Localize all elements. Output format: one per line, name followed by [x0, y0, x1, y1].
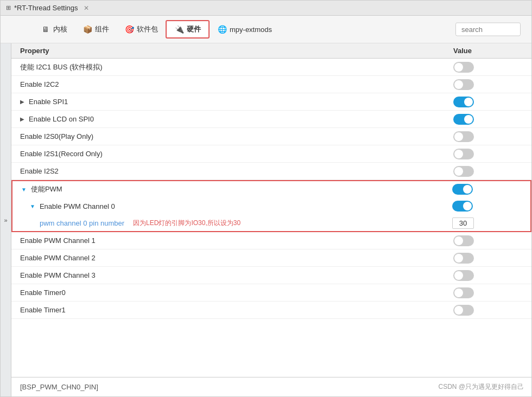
toggle-pwm-ch3[interactable] — [453, 270, 474, 281]
value-i2s0[interactable] — [445, 131, 531, 142]
prop-i2c1-bus: 使能 I2C1 BUS (软件模拟) — [11, 62, 445, 72]
prop-pwm-ch1-label: Enable PWM Channel 1 — [20, 236, 96, 245]
mpy-icon: 🌐 — [217, 24, 227, 34]
prop-i2s0: Enable I2S0(Play Only) — [11, 132, 445, 140]
tab-kernel[interactable]: 🖥 内核 — [33, 21, 75, 37]
bottom-label: [BSP_PWM_CHN0_PIN] — [20, 383, 98, 391]
kernel-icon: 🖥 — [41, 24, 50, 34]
prop-i2s1-label: Enable I2S1(Record Only) — [20, 150, 103, 158]
prop-i2s1: Enable I2S1(Record Only) — [11, 150, 445, 158]
prop-pwm-ch2: Enable PWM Channel 2 — [11, 254, 445, 262]
toggle-i2c2[interactable] — [453, 79, 474, 90]
value-pwm-ch2[interactable] — [445, 253, 531, 264]
main-panel: Property Value 使能 I2C1 BUS (软件模拟) — [11, 43, 531, 396]
prop-pwm-ch2-label: Enable PWM Channel 2 — [20, 254, 96, 262]
table-row: Enable Timer0 — [11, 284, 531, 302]
value-pwm-ch0-pin[interactable]: 30 — [444, 217, 530, 229]
table-row: Enable I2S1(Record Only) — [11, 145, 531, 163]
tab-kernel-label: 内核 — [53, 24, 67, 34]
toggle-pwm[interactable] — [452, 184, 473, 195]
title-icon: ⊞ — [6, 4, 11, 11]
close-icon[interactable]: ✕ — [84, 4, 89, 12]
table-row: Enable I2C2 — [11, 76, 531, 93]
value-pwm[interactable] — [444, 184, 530, 195]
sidebar-toggle[interactable]: » — [1, 43, 11, 396]
value-timer0[interactable] — [445, 287, 531, 298]
toggle-lcd-spi0[interactable] — [453, 114, 474, 125]
tab-components-label: 组件 — [95, 24, 109, 34]
prop-i2c1-bus-label: 使能 I2C1 BUS (软件模拟) — [20, 62, 103, 72]
toolbar: 🖥 内核 📦 组件 🎯 软件包 🔌 硬件 🌐 mpy-extmods — [1, 16, 531, 43]
expand-pwm-icon[interactable]: ▼ — [21, 187, 27, 193]
tab-components[interactable]: 📦 组件 — [75, 21, 117, 37]
tab-mpy-extmods[interactable]: 🌐 mpy-extmods — [210, 21, 280, 37]
tab-packages[interactable]: 🎯 软件包 — [117, 21, 166, 37]
prop-timer1: Enable Timer1 — [11, 306, 445, 314]
value-pwm-ch1[interactable] — [445, 235, 531, 246]
value-i2c2[interactable] — [445, 79, 531, 90]
prop-timer1-label: Enable Timer1 — [20, 306, 66, 314]
pwm-pin-value[interactable]: 30 — [452, 217, 474, 229]
prop-spi1-label: Enable SPI1 — [29, 98, 68, 106]
main-window: ⊞ *RT-Thread Settings ✕ 🖥 内核 📦 组件 🎯 软件包 … — [0, 0, 532, 397]
prop-pwm-ch3-label: Enable PWM Channel 3 — [20, 271, 96, 279]
prop-i2s2-label: Enable I2S2 — [20, 167, 59, 175]
watermark: CSDN @只为遇见更好得自己 — [438, 382, 524, 392]
table-row-pwm-ch0: ▼ Enable PWM Channel 0 — [11, 197, 531, 215]
tab-mpy-label: mpy-extmods — [230, 25, 272, 34]
prop-pwm-ch0-label: Enable PWM Channel 0 — [40, 202, 115, 210]
table-row: Enable I2S0(Play Only) — [11, 128, 531, 145]
toggle-pwm-ch1[interactable] — [453, 235, 474, 246]
prop-i2c2-label: Enable I2C2 — [20, 80, 59, 88]
prop-lcd-spi0: ▶ Enable LCD on SPI0 — [11, 115, 445, 123]
table-row-pwm: ▼ 使能PWM — [11, 180, 531, 197]
tab-hardware[interactable]: 🔌 硬件 — [166, 20, 210, 39]
tab-hardware-label: 硬件 — [187, 24, 201, 34]
table-row: Enable PWM Channel 1 — [11, 232, 531, 249]
table-row-pwm-ch0-pin: pwm channel 0 pin number 因为LED灯的引脚为IO30,… — [11, 215, 531, 232]
table-row: ▶ Enable LCD on SPI0 — [11, 111, 531, 128]
table-row: Enable PWM Channel 3 — [11, 267, 531, 284]
value-pwm-ch3[interactable] — [445, 270, 531, 281]
prop-pwm-ch0-pin[interactable]: pwm channel 0 pin number 因为LED灯的引脚为IO30,… — [12, 219, 444, 228]
prop-pwm: ▼ 使能PWM — [12, 184, 444, 194]
tab-packages-label: 软件包 — [137, 24, 158, 34]
search-input[interactable] — [455, 23, 521, 36]
toggle-i2s1[interactable] — [453, 149, 474, 159]
table-body: 使能 I2C1 BUS (软件模拟) Enable I2C2 — [11, 59, 531, 377]
table-row: Enable Timer1 — [11, 302, 531, 319]
toggle-i2s2[interactable] — [453, 166, 474, 177]
value-i2s2[interactable] — [445, 166, 531, 177]
toggle-pwm-ch0[interactable] — [452, 201, 473, 212]
content-area: » Property Value 使能 I2C1 BUS (软件模拟) — [1, 43, 531, 396]
toggle-timer0[interactable] — [453, 287, 474, 298]
expand-lcd-icon[interactable]: ▶ — [20, 116, 24, 122]
value-i2c1-bus[interactable] — [445, 62, 531, 73]
expand-spi1-icon[interactable]: ▶ — [20, 99, 24, 105]
value-timer1[interactable] — [445, 305, 531, 316]
prop-pwm-ch0: ▼ Enable PWM Channel 0 — [12, 202, 444, 210]
value-pwm-ch0[interactable] — [444, 201, 530, 212]
prop-pwm-ch0-pin-label: pwm channel 0 pin number — [40, 219, 124, 227]
toggle-timer1[interactable] — [453, 305, 474, 316]
table-header: Property Value — [11, 43, 531, 59]
prop-pwm-label: 使能PWM — [31, 184, 62, 194]
prop-i2s2: Enable I2S2 — [11, 167, 445, 175]
hardware-icon: 🔌 — [174, 24, 184, 34]
sidebar-arrow-icon: » — [4, 217, 7, 223]
packages-icon: 🎯 — [124, 24, 134, 34]
toggle-spi1[interactable] — [453, 97, 474, 107]
col-property-header: Property — [11, 47, 445, 55]
prop-pwm-ch1: Enable PWM Channel 1 — [11, 236, 445, 245]
value-lcd-spi0[interactable] — [445, 114, 531, 125]
value-spi1[interactable] — [445, 97, 531, 107]
toggle-i2c1-bus[interactable] — [453, 62, 474, 73]
table-row: Enable PWM Channel 2 — [11, 249, 531, 267]
expand-pwm-ch0-icon[interactable]: ▼ — [30, 203, 35, 209]
value-i2s1[interactable] — [445, 149, 531, 159]
prop-spi1: ▶ Enable SPI1 — [11, 98, 445, 106]
prop-pwm-ch3: Enable PWM Channel 3 — [11, 271, 445, 279]
pwm-annotation: 因为LED灯的引脚为IO30,所以设为30 — [133, 219, 240, 228]
toggle-i2s0[interactable] — [453, 131, 474, 142]
toggle-pwm-ch2[interactable] — [453, 253, 474, 264]
